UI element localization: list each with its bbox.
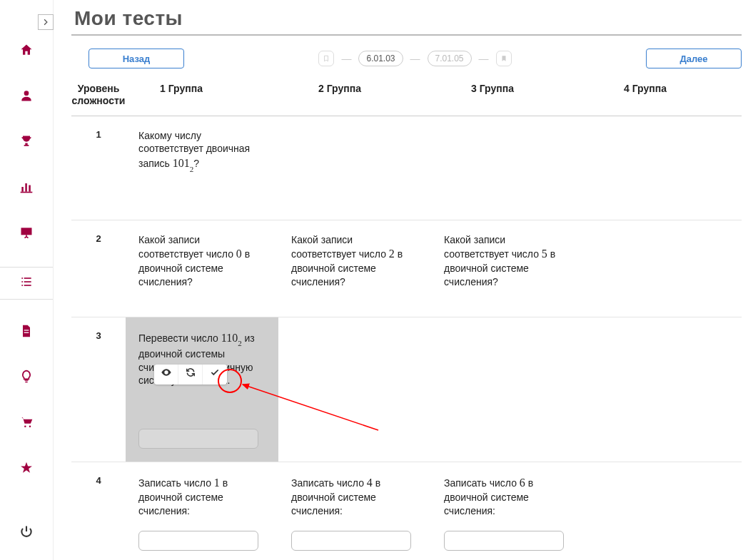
- toolbar-mid: — 6.01.03 — 7.01.05 —: [184, 51, 646, 66]
- sidebar-item-cart[interactable]: [0, 411, 53, 437]
- bookmark-prev-icon[interactable]: [318, 51, 334, 66]
- cell-r1-g1[interactable]: Какому числу соответствует двоичная запи…: [126, 129, 278, 220]
- cell-r2-g2[interactable]: Какой записи соответствует число 2 в дво…: [278, 233, 431, 317]
- table-row: 4 Записать число 1 в двоичной системе сч…: [71, 462, 742, 560]
- answer-input[interactable]: [138, 429, 258, 449]
- svg-rect-8: [21, 281, 23, 282]
- sidebar-item-list[interactable]: [0, 267, 53, 300]
- answer-input[interactable]: [291, 531, 411, 551]
- trophy-icon: [19, 134, 34, 152]
- col-g3-header: 3 Группа: [431, 83, 584, 107]
- home-icon: [19, 43, 34, 61]
- sidebar: [0, 0, 54, 560]
- svg-rect-11: [24, 285, 31, 286]
- sidebar-item-star[interactable]: [0, 457, 53, 482]
- sidebar-item-trophy[interactable]: [0, 130, 53, 156]
- svg-rect-2: [25, 183, 27, 192]
- sidebar-item-power[interactable]: [0, 520, 53, 546]
- cell-r4-g1[interactable]: Записать число 1 в двоичной системе счис…: [126, 475, 278, 560]
- row-level: 1: [71, 129, 126, 220]
- col-g4-header: 4 Группа: [584, 83, 737, 107]
- sidebar-item-home[interactable]: [0, 39, 53, 64]
- back-button[interactable]: Назад: [89, 49, 184, 68]
- code-next-pill[interactable]: 7.01.05: [428, 51, 472, 66]
- cell-r2-g3[interactable]: Какой записи соответствует число 5 в дво…: [431, 233, 584, 317]
- cell-r3-g1-active[interactable]: Перевести число 1102 из двоичной системы…: [126, 317, 278, 462]
- row-level: 3: [71, 330, 126, 462]
- lightbulb-icon: [19, 370, 34, 387]
- sidebar-item-board[interactable]: [0, 221, 53, 247]
- eye-icon: [161, 367, 172, 382]
- title-divider: [71, 34, 742, 36]
- svg-point-15: [29, 425, 31, 427]
- sidebar-item-doc[interactable]: [0, 320, 53, 345]
- svg-rect-13: [24, 332, 29, 332]
- main-content: Мои тесты Назад — 6.01.03 — 7.01.05 — Да…: [71, 7, 742, 560]
- page-title: Мои тесты: [74, 7, 742, 30]
- sidebar-item-stats[interactable]: [0, 175, 53, 201]
- check-icon: [210, 367, 220, 381]
- col-level-header: Уровень сложности: [71, 83, 126, 107]
- answer-input[interactable]: [138, 531, 258, 551]
- svg-rect-12: [24, 330, 29, 330]
- row-level: 4: [71, 475, 126, 560]
- cell-r4-g3[interactable]: Записать число 6 в двоичной системе счис…: [431, 475, 584, 560]
- refresh-icon: [186, 367, 196, 381]
- list-icon: [19, 275, 34, 292]
- bookmark-next-icon[interactable]: [496, 51, 512, 66]
- card-toolbar: [154, 365, 227, 385]
- svg-rect-1: [21, 187, 23, 192]
- col-g1-header: 1 Группа: [126, 83, 278, 107]
- star-icon: [19, 461, 34, 479]
- sidebar-item-user[interactable]: [0, 84, 53, 110]
- row-level: 2: [71, 233, 126, 317]
- document-icon: [19, 324, 34, 342]
- sidebar-item-bulb[interactable]: [0, 365, 53, 391]
- card-confirm-button[interactable]: [203, 365, 227, 385]
- svg-point-16: [165, 372, 167, 374]
- svg-rect-6: [21, 278, 23, 279]
- card-view-button[interactable]: [154, 365, 178, 385]
- answer-input[interactable]: [444, 531, 564, 551]
- svg-point-0: [24, 91, 29, 96]
- cell-r4-g2[interactable]: Записать число 4 в двоичной системе счис…: [278, 475, 431, 560]
- cart-icon: [19, 415, 34, 433]
- svg-rect-4: [21, 191, 33, 193]
- bar-chart-icon: [19, 180, 34, 198]
- code-current-pill[interactable]: 6.01.03: [358, 51, 403, 66]
- toolbar: Назад — 6.01.03 — 7.01.05 — Далее: [71, 49, 742, 68]
- chevron-right-icon: [42, 17, 49, 28]
- table-row: 2 Какой записи соответствует число 0 в д…: [71, 220, 742, 317]
- forward-button[interactable]: Далее: [646, 49, 742, 68]
- table-row: 1 Какому числу соответствует двоичная за…: [71, 116, 742, 220]
- sidebar-toggle[interactable]: [38, 14, 54, 30]
- svg-rect-7: [24, 278, 31, 279]
- table-header: Уровень сложности 1 Группа 2 Группа 3 Гр…: [71, 76, 742, 116]
- col-g2-header: 2 Группа: [278, 83, 431, 107]
- card-refresh-button[interactable]: [178, 365, 203, 385]
- svg-point-14: [24, 425, 26, 427]
- presentation-icon: [19, 225, 34, 243]
- power-icon: [19, 524, 34, 542]
- svg-rect-10: [21, 285, 23, 286]
- table-row: 3 Перевести число 1102 из двоичной систе…: [71, 317, 742, 463]
- svg-rect-5: [21, 228, 32, 235]
- sidebar-items: [0, 39, 53, 482]
- svg-rect-9: [24, 281, 31, 282]
- cell-r2-g1[interactable]: Какой записи соответствует число 0 в дво…: [126, 233, 278, 317]
- svg-rect-3: [29, 185, 31, 191]
- user-icon: [19, 88, 34, 106]
